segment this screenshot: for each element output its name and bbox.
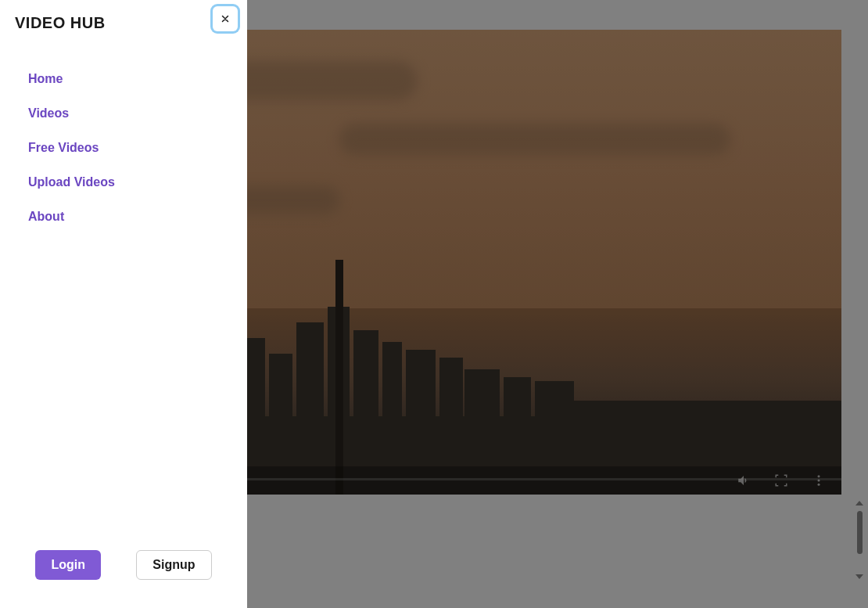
drawer: VIDEO HUB Home Videos Free Videos Upload… xyxy=(0,0,247,608)
drawer-nav: Home Videos Free Videos Upload Videos Ab… xyxy=(0,32,247,234)
nav-item-free-videos[interactable]: Free Videos xyxy=(0,131,247,165)
login-button[interactable]: Login xyxy=(35,550,101,580)
drawer-footer: Login Signup xyxy=(0,550,247,608)
signup-button[interactable]: Signup xyxy=(136,550,211,580)
nav-item-home[interactable]: Home xyxy=(0,62,247,96)
drawer-title: VIDEO HUB xyxy=(15,14,106,32)
close-icon xyxy=(220,13,231,24)
close-button[interactable] xyxy=(213,6,238,31)
nav-item-about[interactable]: About xyxy=(0,200,247,234)
nav-item-upload-videos[interactable]: Upload Videos xyxy=(0,165,247,200)
drawer-header: VIDEO HUB xyxy=(0,0,247,32)
nav-item-videos[interactable]: Videos xyxy=(0,96,247,131)
